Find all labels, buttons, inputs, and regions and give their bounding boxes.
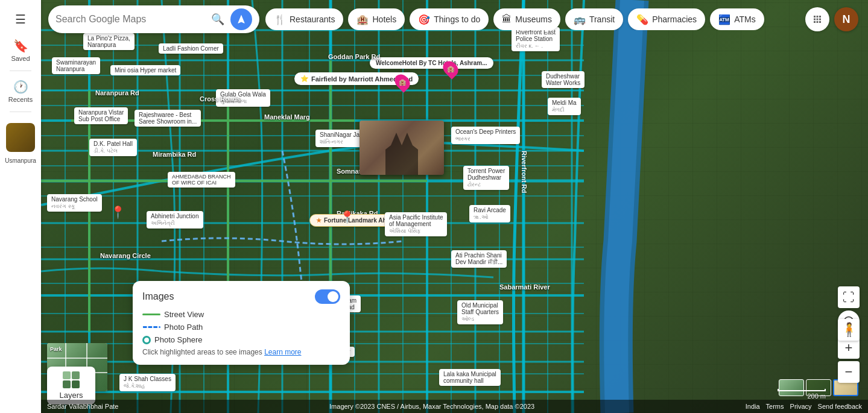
recents-icon: 🕐 bbox=[13, 80, 28, 94]
hotels-icon: 🏨 bbox=[356, 14, 369, 25]
images-popup: Images Street View Photo Path Photo Sphe… bbox=[133, 281, 350, 365]
map-thumbnail[interactable] bbox=[360, 121, 444, 175]
pill-pharmacies[interactable]: 💊 Pharmacies bbox=[628, 8, 705, 30]
popup-note: Click highlighted areas to see images Le… bbox=[142, 348, 340, 356]
category-pills: 🍴 Restaurants 🏨 Hotels 🎯 Things to do 🏛 … bbox=[265, 8, 764, 30]
bookmark-icon: 🔖 bbox=[13, 39, 28, 53]
sidebar-divider bbox=[10, 71, 31, 71]
marker-navarang[interactable]: Navarang Schoolનવરંગ સ્કૂ bbox=[47, 194, 102, 212]
pharmacies-icon: 💊 bbox=[636, 14, 648, 25]
marker-rajeshwaree[interactable]: Rajeshwaree - BestSaree Showroom in... bbox=[135, 110, 201, 127]
india-label: India bbox=[746, 403, 760, 410]
marker-abhinetri[interactable]: Abhinetri Junctionઅભિનેત્રી bbox=[147, 211, 203, 229]
attribution-label: Imagery ©2023 CNES / Airbus, Maxar Techn… bbox=[124, 403, 739, 410]
learn-more-link[interactable]: Learn more bbox=[264, 348, 301, 356]
search-box[interactable]: 🔍 bbox=[48, 5, 259, 33]
marker-lapinoz[interactable]: La Pino'z Pizza,Naranpura bbox=[83, 33, 135, 50]
legend-row-street: Street View bbox=[142, 310, 340, 319]
marker-ati-prachin[interactable]: Ati Prachin ShaniDev Mandir ਜੱਤੀ... bbox=[451, 250, 507, 268]
legend-row-photo: Photo Path bbox=[142, 323, 340, 332]
sidebar: ☰ 🔖 Saved 🕐 Recents Usmanpura bbox=[0, 0, 41, 413]
marker-dudheshwar[interactable]: DudheshwarWater Works bbox=[542, 71, 584, 88]
things-to-do-icon: 🎯 bbox=[418, 14, 430, 25]
directions-button[interactable] bbox=[230, 8, 252, 30]
pin-avron[interactable]: 📍 bbox=[110, 205, 125, 219]
apps-grid-button[interactable] bbox=[805, 7, 829, 31]
sidebar-menu-button[interactable]: ☰ bbox=[5, 7, 36, 31]
marker-meldi-ma[interactable]: Meldi Maમેળદી bbox=[548, 98, 581, 115]
zoom-out-button[interactable]: − bbox=[838, 361, 860, 383]
marker-ravi-arcade[interactable]: Ravi Arcadeૠ.ઓ bbox=[469, 205, 510, 222]
marker-jkshah[interactable]: J K Shah Classesજે.કે.શાહ bbox=[119, 374, 176, 391]
sidebar-place-button[interactable]: Usmanpura bbox=[5, 116, 36, 169]
thumbnail-image bbox=[360, 121, 444, 175]
photo-path-label: Photo Path bbox=[164, 323, 203, 332]
hamburger-icon: ☰ bbox=[15, 12, 26, 27]
marker-naranpura-vistar[interactable]: Naranpura VistarSub Post Office bbox=[74, 107, 128, 124]
sidebar-divider-2 bbox=[10, 112, 31, 112]
popup-header: Images bbox=[142, 289, 340, 304]
marker-dk-patel[interactable]: D.K. Patel Hallડી.કે. પટેલ bbox=[89, 139, 137, 156]
marker-torrent[interactable]: Torrent PowerDudheshwarટોરન્ટ bbox=[463, 166, 509, 190]
pin-fortune[interactable]: 📍 bbox=[340, 210, 355, 224]
restaurants-icon: 🍴 bbox=[274, 14, 286, 25]
street-view-line bbox=[142, 314, 160, 315]
privacy-link[interactable]: Privacy bbox=[790, 403, 812, 410]
pill-transit[interactable]: 🚌 Transit bbox=[565, 8, 623, 30]
marker-gulab-gola[interactable]: Gulab Gola Walaગુલાબ ગોળા bbox=[216, 89, 270, 107]
toggle-thumb bbox=[328, 291, 338, 302]
layers-icon bbox=[63, 371, 80, 388]
place-thumbnail bbox=[6, 123, 35, 152]
marker-wirc[interactable]: AHMEDABAD BRANCHOF WIRC OF ICAI bbox=[168, 172, 235, 188]
marker-old-municipal[interactable]: Old MunicipalStaff Quartersઓલ્ડ bbox=[457, 300, 503, 324]
transit-icon: 🚌 bbox=[574, 14, 586, 25]
layers-button[interactable]: Layers bbox=[47, 367, 95, 405]
museums-icon: 🏛 bbox=[502, 14, 512, 25]
sidebar-recents-label: Recents bbox=[8, 96, 33, 103]
legend-row-sphere: Photo Sphere bbox=[142, 335, 340, 344]
user-avatar[interactable]: N bbox=[834, 7, 858, 31]
search-input[interactable] bbox=[55, 14, 209, 25]
pill-atms[interactable]: 🏧 ATMs bbox=[710, 8, 764, 30]
marker-asia-pacific[interactable]: Asia Pacific Instituteof Managementએશિયા… bbox=[385, 212, 447, 236]
sidebar-saved-button[interactable]: 🔖 Saved bbox=[5, 34, 36, 67]
atms-icon: 🏧 bbox=[718, 14, 730, 25]
pill-things-to-do[interactable]: 🎯 Things to do bbox=[410, 8, 489, 30]
hotel-pin-fairfield[interactable]: 🏨 bbox=[396, 74, 409, 90]
hotel-welcomhotel[interactable]: WelcomeHotel By TC Hotels, Ashram... bbox=[370, 57, 493, 69]
photo-sphere-dot bbox=[142, 336, 151, 344]
pill-hotels[interactable]: 🏨 Hotels bbox=[348, 8, 405, 30]
fullscreen-button[interactable]: ⛶ bbox=[838, 286, 860, 308]
marker-swaminarayan[interactable]: SwaminarayanNaranpura bbox=[52, 57, 100, 74]
search-icon[interactable]: 🔍 bbox=[209, 10, 227, 28]
sidebar-place-label: Usmanpura bbox=[5, 157, 36, 164]
images-toggle[interactable] bbox=[315, 289, 340, 304]
hotel-pin-welcome[interactable]: 🏨 bbox=[444, 60, 457, 77]
send-feedback-link[interactable]: Send feedback bbox=[818, 403, 862, 410]
marker-mini-osia[interactable]: Mini osia Hyper market bbox=[110, 65, 180, 75]
layers-label: Layers bbox=[59, 391, 83, 400]
photo-sphere-label: Photo Sphere bbox=[154, 335, 203, 344]
marker-riverfront-police[interactable]: Riverfront EastPolice Stationરીવર ĸ. ← . bbox=[512, 27, 560, 51]
street-view-label: Street View bbox=[164, 310, 204, 319]
sardar-label: Sardar Vallabhbhai Pate bbox=[47, 403, 118, 410]
photo-path-line bbox=[142, 326, 160, 328]
popup-title: Images bbox=[142, 291, 174, 302]
pill-museums[interactable]: 🏛 Museums bbox=[493, 8, 560, 30]
map-type-terrain[interactable] bbox=[779, 379, 804, 396]
bottom-bar: Sardar Vallabhbhai Pate Imagery ©2023 CN… bbox=[41, 400, 868, 413]
pill-restaurants[interactable]: 🍴 Restaurants bbox=[265, 8, 343, 30]
marker-oceans-deep[interactable]: Ocean's Deep Printersભાસ્કર bbox=[451, 127, 520, 144]
sidebar-saved-label: Saved bbox=[11, 55, 30, 62]
marker-ladli[interactable]: Ladli Fashion Corner bbox=[159, 43, 223, 54]
terms-link[interactable]: Terms bbox=[766, 403, 784, 410]
hotel-star-icon: ⭐ bbox=[300, 75, 309, 83]
map-type-satellite[interactable] bbox=[806, 379, 831, 396]
marker-lala-kaka[interactable]: Lala kaka Municipalcommunity hall bbox=[439, 369, 501, 386]
pegman-button[interactable]: 🧍 bbox=[838, 319, 860, 341]
sidebar-recents-button[interactable]: 🕐 Recents bbox=[5, 75, 36, 108]
